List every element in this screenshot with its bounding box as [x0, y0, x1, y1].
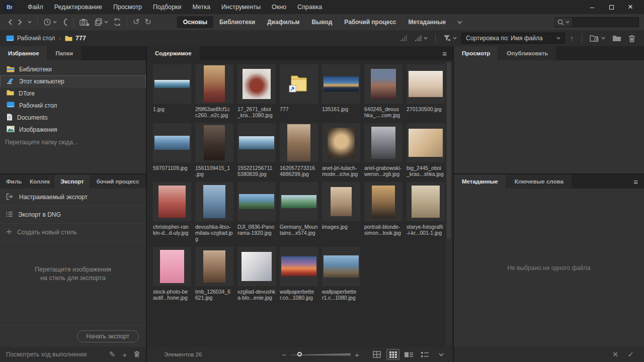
- grid-item[interactable]: stock-photo-beautif...hone.jpg: [153, 247, 191, 301]
- menu-item-5[interactable]: Инструменты: [216, 0, 266, 14]
- workspace-tab-0[interactable]: Основы: [177, 16, 213, 28]
- panel-menu-icon[interactable]: ≡: [436, 49, 453, 58]
- image-thumbnail[interactable]: [195, 182, 233, 221]
- filter-rating-icon[interactable]: [397, 32, 410, 45]
- zoom-in-button[interactable]: +: [355, 350, 359, 359]
- scrollbar-thumb[interactable]: [447, 62, 451, 239]
- back-button[interactable]: [5, 16, 15, 29]
- image-thumbnail[interactable]: [407, 123, 445, 162]
- sidebar-item-1[interactable]: Этот компьютер: [0, 75, 146, 87]
- image-thumbnail[interactable]: [407, 182, 445, 221]
- grid-item[interactable]: starye-fotografii-i-kr...001-1.jpg: [407, 182, 445, 242]
- grid-item[interactable]: 270130500.jpg: [407, 64, 445, 118]
- zoom-out-button[interactable]: −: [282, 350, 286, 359]
- export-item-0[interactable]: Настраиваемый экспорт: [0, 189, 146, 206]
- grid-item[interactable]: ariel-grabowski-weron...zgli.jpg: [364, 123, 403, 177]
- image-thumbnail[interactable]: [237, 247, 276, 286]
- menu-item-1[interactable]: Редактирование: [49, 0, 108, 14]
- grid-item[interactable]: big_2445_oboi_kras...shka.jpg: [407, 123, 445, 177]
- menu-item-2[interactable]: Просмотр: [108, 0, 147, 14]
- thumbnail-size-slider[interactable]: [290, 351, 351, 357]
- grid-item[interactable]: Germany_Mountains...x574.jpg: [280, 182, 318, 242]
- sidebar-item-3[interactable]: Рабочий стол: [0, 100, 146, 112]
- workspace-tab-2[interactable]: Диафильм: [261, 16, 305, 28]
- image-thumbnail[interactable]: [364, 64, 403, 104]
- grid-item[interactable]: vzgliad-devushka-blo...enie.jpg: [237, 247, 276, 301]
- boomerang-return-button[interactable]: [59, 16, 70, 29]
- edit-pencil-icon[interactable]: ✎: [109, 350, 116, 359]
- menu-item-3[interactable]: Подборки: [147, 0, 187, 14]
- tab-export-2[interactable]: Экспорт: [54, 174, 90, 189]
- breadcrumb-root[interactable]: Рабочий стол: [17, 35, 55, 42]
- view-grid-lines-button[interactable]: [370, 349, 383, 360]
- tab-metadata-0[interactable]: Метаданные: [454, 174, 506, 189]
- slider-thumb[interactable]: [297, 352, 302, 356]
- image-thumbnail[interactable]: [364, 123, 403, 162]
- folder-thumbnail[interactable]: [280, 64, 318, 104]
- trash-icon[interactable]: [134, 350, 140, 359]
- image-thumbnail[interactable]: [322, 64, 360, 104]
- grid-item[interactable]: 640245_devushka_....com.jpg: [364, 64, 403, 118]
- close-button[interactable]: ×: [621, 0, 640, 14]
- nav-history-chevron-icon[interactable]: [25, 16, 34, 29]
- breadcrumb[interactable]: Рабочий стол › 777: [6, 35, 86, 42]
- menu-item-6[interactable]: Окно: [266, 0, 292, 14]
- grid-item[interactable]: wallpaperbetter.co...1080.jpg: [280, 247, 318, 301]
- image-thumbnail[interactable]: [153, 123, 191, 162]
- workspace-tab-1[interactable]: Библиотеки: [213, 16, 261, 28]
- minimize-button[interactable]: –: [583, 0, 602, 14]
- grid-item[interactable]: images.jpg: [322, 182, 360, 242]
- image-thumbnail[interactable]: [280, 247, 318, 286]
- image-thumbnail[interactable]: [153, 182, 191, 221]
- sort-direction-button[interactable]: ↑: [567, 34, 577, 42]
- tab-export-3[interactable]: бочий процесс: [91, 174, 145, 189]
- image-thumbnail[interactable]: [195, 64, 233, 104]
- view-thumbnails-button[interactable]: [386, 349, 399, 360]
- start-export-button[interactable]: Начать экспорт: [77, 330, 139, 342]
- grid-item[interactable]: 1561109415_1.jpg: [195, 123, 233, 177]
- sidebar-item-2[interactable]: DTore: [0, 87, 146, 100]
- view-details-button[interactable]: [403, 349, 416, 360]
- grid-item[interactable]: 1.jpg: [153, 64, 191, 118]
- recent-files-clock-button[interactable]: [41, 16, 59, 29]
- search-input[interactable]: [572, 19, 638, 25]
- tab-export-0[interactable]: Филь: [0, 174, 23, 189]
- view-list-button[interactable]: [419, 349, 432, 360]
- image-thumbnail[interactable]: [237, 123, 276, 162]
- panel-menu-icon[interactable]: ≡: [627, 177, 644, 186]
- breadcrumb-current[interactable]: 777: [75, 35, 86, 42]
- progress-link[interactable]: Посмотреть ход выполнения: [6, 351, 87, 358]
- sort-dropdown[interactable]: Сортировка по: Имя файла: [461, 33, 565, 44]
- sort-rating-button[interactable]: [412, 32, 430, 45]
- view-more-chevron-icon[interactable]: [435, 349, 448, 360]
- grid-item[interactable]: 777: [280, 64, 318, 118]
- export-item-2[interactable]: Создать новый стиль: [0, 224, 146, 241]
- grid-item[interactable]: anet-jiri-tulach-mode...iche.jpg: [322, 123, 360, 177]
- search-scope-button[interactable]: [555, 18, 572, 27]
- image-thumbnail[interactable]: [153, 247, 191, 286]
- image-thumbnail[interactable]: [322, 182, 360, 221]
- grid-item[interactable]: 597071109.jpg: [153, 123, 191, 177]
- workspace-tab-3[interactable]: Вывод: [305, 16, 338, 28]
- tab-export-1[interactable]: Коллек: [24, 174, 54, 189]
- sidebar-item-0[interactable]: Библиотеки: [0, 63, 146, 75]
- grid-item[interactable]: 2f9f63ae8fcf1cc260...e2c.jpg: [195, 64, 233, 118]
- menu-item-4[interactable]: Метка: [187, 0, 216, 14]
- image-thumbnail[interactable]: [407, 64, 445, 104]
- tab-favorites-1[interactable]: Папки: [48, 46, 81, 60]
- menu-item-0[interactable]: Файл: [22, 0, 49, 14]
- cancel-x-icon[interactable]: ✕: [612, 350, 619, 359]
- grid-item[interactable]: christopher-rankin-d...d-uly.jpg: [153, 182, 191, 242]
- new-folder-button[interactable]: [610, 32, 624, 45]
- grid-item[interactable]: 1552212567115380839.jpg: [237, 123, 276, 177]
- apply-check-icon[interactable]: ✓: [627, 350, 634, 359]
- image-thumbnail[interactable]: [195, 123, 233, 162]
- batch-stack-button[interactable]: [92, 16, 111, 29]
- sidebar-item-4[interactable]: Documents: [0, 112, 146, 124]
- redo-button[interactable]: ↻: [142, 16, 153, 29]
- tab-preview-0[interactable]: Просмотр: [454, 46, 498, 60]
- image-thumbnail[interactable]: [322, 123, 360, 162]
- tab-favorites-0[interactable]: Избранное: [0, 46, 47, 60]
- image-thumbnail[interactable]: [237, 64, 276, 104]
- tab-content[interactable]: Содержимое: [147, 46, 200, 60]
